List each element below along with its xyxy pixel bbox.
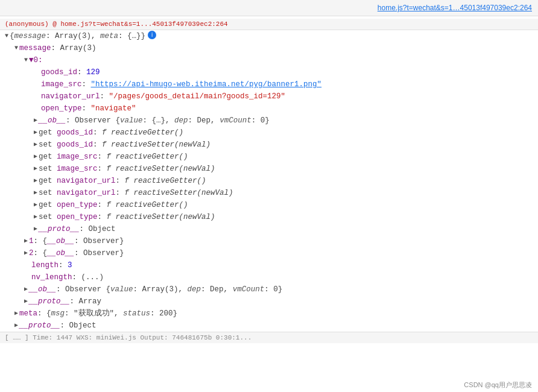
line-text-part: goods_id xyxy=(57,127,93,138)
line-text-part: : Dep, xyxy=(201,284,233,295)
console-line[interactable]: __ob__: Observer {value: {…}, dep: Dep, … xyxy=(0,115,538,127)
tree-arrow[interactable] xyxy=(34,115,37,126)
line-text-part: __proto__ xyxy=(39,224,80,235)
line-text-part: : xyxy=(98,163,107,174)
watermark: CSDN @qq用户思思凌 xyxy=(458,378,538,392)
line-text-part: : Observer { xyxy=(66,115,120,126)
line-text-part: vmCount xyxy=(220,115,252,126)
line-text-part: f reactiveSetter(newVal) xyxy=(107,212,215,223)
line-text-part: __ob__ xyxy=(29,284,56,295)
console-line[interactable]: __proto__: Object xyxy=(0,223,538,235)
console-line[interactable]: {message: Array(3), meta: {…}}i xyxy=(0,30,538,42)
line-text-part: 2 xyxy=(29,248,34,259)
console-line[interactable]: image_src: "https://api-hmugo-web.itheim… xyxy=(0,78,538,90)
line-text-part: __proto__ xyxy=(19,320,60,331)
console-line[interactable]: length: 3 xyxy=(0,259,538,271)
tree-arrow[interactable] xyxy=(5,31,8,42)
info-icon[interactable]: i xyxy=(148,31,156,39)
tree-arrow[interactable] xyxy=(24,296,28,307)
tree-arrow[interactable] xyxy=(34,175,37,186)
line-text-part: "https://api-hmugo-web.itheima.net/pyg/b… xyxy=(91,79,322,90)
bottom-line: [ …… ] Time: 1447 WXS: miniWei.js Output… xyxy=(0,332,538,343)
tree-arrow[interactable] xyxy=(34,163,37,174)
line-text-part: get xyxy=(39,151,57,162)
line-text-part: f reactiveGetter() xyxy=(107,151,188,162)
line-text-part: length xyxy=(31,260,59,271)
line-text-part: image_src xyxy=(57,151,98,162)
file-link[interactable]: home.js?t=wechat&s=1…45013f497039ec2:264 xyxy=(378,4,532,12)
line-text-part: 3 xyxy=(68,260,72,271)
console-line[interactable]: set image_src: f reactiveSetter(newVal) xyxy=(0,163,538,175)
console-line[interactable]: __proto__: Array xyxy=(0,296,538,308)
line-text-part: goods_id xyxy=(57,139,93,150)
line-text-part: open_type xyxy=(41,103,82,114)
line-text-part: "/pages/goods_detail/main?goods_id=129" xyxy=(109,91,286,102)
console-line[interactable]: meta: {msg: "获取成功", status: 200} xyxy=(0,308,538,320)
console-line[interactable]: 2: {__ob__: Observer} xyxy=(0,247,538,259)
tree-arrow[interactable] xyxy=(14,320,18,331)
tree-arrow[interactable] xyxy=(34,188,37,198)
console-line[interactable]: 1: {__ob__: Observer} xyxy=(0,235,538,247)
line-text-part: : {…}, xyxy=(143,115,175,126)
tree-arrow[interactable] xyxy=(34,151,37,162)
console-area: (anonymous) @ home.js?t=wechat&s=1...450… xyxy=(0,16,538,389)
console-line[interactable]: ▼0: xyxy=(0,54,538,66)
line-text-part: vmCount xyxy=(233,284,265,295)
line-text-part: : xyxy=(82,103,91,114)
line-text-part: message xyxy=(14,31,46,42)
line-text-part: : {…}} xyxy=(118,31,145,42)
line-text-part: : Observer { xyxy=(56,284,110,295)
tree-arrow[interactable] xyxy=(34,212,37,223)
line-text-part: : Array xyxy=(70,296,102,307)
line-text-part: { xyxy=(10,31,14,42)
tree-arrow[interactable] xyxy=(34,224,37,235)
console-line[interactable]: message: Array(3) xyxy=(0,42,538,54)
line-text-part: : xyxy=(98,212,107,223)
line-text-part: __ob__ xyxy=(47,248,74,259)
line-text-part: "navigate" xyxy=(91,103,136,114)
tree-arrow[interactable] xyxy=(24,284,28,295)
console-line[interactable]: nv_length: (...) xyxy=(0,271,538,283)
tree-arrow[interactable] xyxy=(14,43,18,54)
line-text-part: navigator_url xyxy=(41,91,100,102)
line-text-part: get xyxy=(39,127,57,138)
tree-arrow[interactable] xyxy=(24,248,28,259)
line-text-part: navigator_url xyxy=(57,188,116,198)
console-line[interactable]: navigator_url: "/pages/goods_detail/main… xyxy=(0,90,538,103)
line-text-part: image_src xyxy=(57,163,98,174)
line-text-part: set xyxy=(39,139,57,150)
line-text-part: get xyxy=(39,200,57,210)
tree-arrow[interactable] xyxy=(14,308,18,319)
line-text-part: nv_length xyxy=(31,272,72,283)
line-text-part: navigator_url xyxy=(57,175,116,186)
line-text-part: : xyxy=(116,175,125,186)
top-bar: home.js?t=wechat&s=1…45013f497039ec2:264 xyxy=(0,0,538,16)
console-line[interactable]: set navigator_url: f reactiveSetter(newV… xyxy=(0,187,538,199)
console-line[interactable]: set goods_id: f reactiveSetter(newVal) xyxy=(0,139,538,151)
line-text-part: message xyxy=(19,43,51,54)
line-text-part: : xyxy=(98,200,107,210)
console-line[interactable]: set open_type: f reactiveSetter(newVal) xyxy=(0,211,538,223)
line-text-part: : xyxy=(93,139,102,150)
tree-arrow[interactable] xyxy=(24,236,28,247)
console-line[interactable]: open_type: "navigate" xyxy=(0,103,538,115)
console-line[interactable]: __proto__: Object xyxy=(0,320,538,332)
line-text-part: : xyxy=(116,188,125,198)
console-line[interactable]: get goods_id: f reactiveGetter() xyxy=(0,127,538,139)
line-text-part: goods_id xyxy=(41,67,77,78)
line-text-part: : Object xyxy=(80,224,116,235)
line-text-part: : xyxy=(93,127,102,138)
console-line[interactable]: get image_src: f reactiveGetter() xyxy=(0,151,538,163)
line-text-part: : Observer} xyxy=(74,248,124,259)
tree-arrow[interactable] xyxy=(34,200,37,210)
line-text-part: set xyxy=(39,163,57,174)
console-line[interactable]: goods_id: 129 xyxy=(0,66,538,78)
tree-arrow[interactable] xyxy=(34,139,37,150)
line-text-part: meta xyxy=(19,308,37,319)
console-line[interactable]: get open_type: f reactiveGetter() xyxy=(0,199,538,211)
console-line[interactable]: get navigator_url: f reactiveGetter() xyxy=(0,175,538,187)
tree-arrow[interactable] xyxy=(34,127,37,138)
line-text-part: image_src xyxy=(41,79,82,90)
console-line[interactable]: __ob__: Observer {value: Array(3), dep: … xyxy=(0,283,538,296)
tree-arrow[interactable] xyxy=(24,55,28,66)
